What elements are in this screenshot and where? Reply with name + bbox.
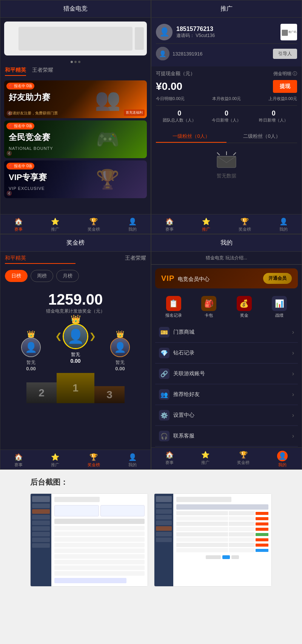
nav3-mine[interactable]: 👤 我的 — [128, 453, 137, 468]
quick-action-register[interactable]: 📋 报名记录 — [156, 296, 191, 318]
nav2-mine[interactable]: 👤 我的 — [279, 217, 288, 232]
podium-area: 👑 👤 暂无 0.00 👑 👤 — [0, 316, 151, 414]
bill-link[interactable]: 佣金明细 ⓘ — [273, 71, 297, 77]
prize-label: 猎金电竞累计发放奖金（元） — [0, 308, 151, 314]
team-total-stat: 0 团队总人数（人） — [156, 109, 203, 123]
vip-banner[interactable]: VIP 电竞会员中心 开通会员 — [155, 268, 298, 288]
nav-promo[interactable]: ⭐ 推广 — [51, 217, 59, 232]
open-vip-button[interactable]: 开通会员 — [263, 273, 292, 284]
menu-settings-text: 设置中心 — [173, 412, 292, 419]
monthly-btn[interactable]: 月榜 — [56, 270, 79, 282]
nav3-match[interactable]: 🏠 赛事 — [14, 453, 23, 468]
nav3-leaderboard[interactable]: 🏆 奖金榜 — [88, 453, 100, 468]
fans-tab-2[interactable]: 二级粉丝（0人） — [226, 131, 297, 143]
screen3-bottom-nav: 🏠 赛事 ⭐ 推广 🏆 奖金榜 👤 我的 — [0, 450, 151, 469]
nav-match[interactable]: 🏠 赛事 — [14, 217, 23, 232]
card3-volume: 🔇 — [6, 191, 12, 196]
menu-recommend[interactable]: 👥 推荐给好友 › — [155, 384, 298, 405]
trophy-icon-3: 🏆 — [89, 453, 98, 461]
nav3-promo[interactable]: ⭐ 推广 — [51, 453, 59, 468]
invite-code: 邀请码： V5cut136 — [176, 32, 277, 39]
tab-peaceful-elite[interactable]: 和平精英 — [5, 67, 26, 76]
player-1st: 👑 👤 ❮ ❯ 暂无 0.00 — [53, 324, 98, 364]
lb-tab-2[interactable]: 王者荣耀 — [76, 255, 146, 264]
nav-mine[interactable]: 👤 我的 — [128, 217, 137, 232]
menu-list: 🎫 门票商城 › 💎 钻石记录 › 🔗 关联游戏账号 › 👥 推荐给好友 › ⚙… — [151, 322, 302, 447]
user-icon-3: 👤 — [128, 453, 137, 461]
podium-block-3: 3 — [94, 386, 125, 403]
daily-btn[interactable]: 日榜 — [5, 270, 28, 282]
last-month-stat: 上月收益0.00元 — [268, 96, 297, 102]
dot-1 — [71, 61, 73, 63]
menu-support[interactable]: 🎧 联系客服 › — [155, 426, 298, 447]
earnings-row: ¥0.00 提现 — [156, 80, 297, 93]
menu-ticket-shop[interactable]: 🎫 门票商城 › — [155, 322, 298, 343]
nav4-promo[interactable]: ⭐ 推广 — [201, 451, 210, 468]
menu-diamond-text: 钻石记录 — [173, 350, 292, 356]
ticket-icon: 🎫 — [159, 327, 169, 337]
screen1-title: 猎金电竞 — [63, 5, 88, 12]
player2-score: 0.00 — [26, 366, 35, 371]
vip-label-wrap: VIP 电竞会员中心 — [161, 274, 210, 283]
invite-button[interactable]: 引导人 — [273, 49, 297, 59]
screen3-title: 奖金榜 — [66, 239, 85, 246]
nav4-leaderboard[interactable]: 🏆 奖金榜 — [237, 451, 250, 468]
bag-label: 卡包 — [205, 313, 213, 318]
banner-area[interactable] — [4, 22, 147, 55]
invite-avatar: 👤 — [156, 47, 169, 60]
screen4-bottom-nav: 🏠 赛事 ⭐ 推广 🏆 奖金榜 👤 我的 — [151, 447, 302, 469]
earnings-header: 可提现金额（元） 佣金明细 ⓘ — [156, 70, 297, 77]
backend-screenshots — [30, 493, 272, 587]
menu-arrow-2: › — [292, 350, 294, 356]
menu-diamond[interactable]: 💎 钻石记录 › — [155, 343, 298, 364]
menu-arrow-6: › — [292, 433, 294, 439]
menu-arrow-4: › — [292, 391, 294, 398]
quick-action-record[interactable]: 📊 战绩 — [262, 296, 297, 318]
promo-icon-4: ⭐ — [201, 451, 210, 459]
nav2-match[interactable]: 🏠 赛事 — [165, 217, 174, 232]
menu-arrow-5: › — [292, 412, 294, 419]
quick-action-prize[interactable]: 💰 奖金 — [226, 296, 262, 318]
tab-king-glory[interactable]: 王者荣耀 — [32, 67, 53, 76]
no-data-area: 暂无数据 — [151, 143, 302, 187]
menu-settings[interactable]: ⚙️ 设置中心 › — [155, 405, 298, 426]
nav2-leaderboard[interactable]: 🏆 奖金榜 — [239, 217, 251, 232]
game-card-1[interactable]: ⭕ 报名中 0场 好友助力赛 邀请好友注册，免费获得门票 🔇 首充送福利 👥 — [4, 80, 147, 118]
player3-name: 暂无 — [116, 359, 125, 366]
card3-title-en: VIP EXCLUSIVE — [9, 186, 45, 191]
diamond-icon: 💎 — [159, 348, 169, 358]
card1-title-cn: 好友助力赛 — [9, 92, 50, 103]
game-tabs: 和平精英 王者荣耀 — [0, 65, 151, 78]
nav4-match[interactable]: 🏠 赛事 — [165, 451, 174, 468]
player1-score: 0.00 — [70, 358, 80, 364]
card1-badge: ⭕ 报名中 0场 — [6, 83, 34, 89]
quick-action-bag[interactable]: 🎒 卡包 — [191, 296, 227, 318]
menu-recommend-text: 推荐给好友 — [173, 391, 292, 398]
leaderboard-tabs: 和平精英 王者荣耀 — [0, 252, 151, 267]
menu-support-text: 联系客服 — [173, 433, 292, 439]
home-icon: 🏠 — [14, 217, 23, 226]
link-icon: 🔗 — [159, 368, 169, 379]
earnings-amount: ¥0.00 — [156, 80, 182, 92]
menu-arrow-1: › — [292, 329, 294, 336]
podium-blocks: 2 1 3 — [5, 373, 146, 403]
weekly-btn[interactable]: 周榜 — [31, 270, 53, 282]
card2-volume: 🔇 — [6, 151, 12, 156]
withdraw-button[interactable]: 提现 — [273, 80, 297, 93]
game-card-2[interactable]: ⭕ 报名中 0场 全民竞金赛 NATIONAL BOUNTY 🔇 🎮 — [4, 120, 147, 158]
qr-code[interactable]: ▦ 推广码 — [280, 24, 297, 40]
user-icon-4: 👤 — [277, 451, 288, 461]
nav-leaderboard[interactable]: 🏆 奖金榜 — [88, 217, 100, 232]
nav4-mine[interactable]: 👤 我的 — [277, 451, 288, 468]
home-icon-4: 🏠 — [165, 451, 174, 459]
fans-tab-1[interactable]: 一级粉丝（0人） — [156, 131, 226, 143]
player2-name: 暂无 — [26, 359, 35, 366]
player3-score: 0.00 — [115, 366, 125, 371]
lb-tab-1[interactable]: 和平精英 — [5, 255, 76, 264]
menu-link-game[interactable]: 🔗 关联游戏账号 › — [155, 364, 298, 384]
nav2-promo[interactable]: ⭐ 推广 — [202, 217, 210, 232]
game-card-3[interactable]: ⭕ 报名中 0场 VIP专享赛 VIP EXCLUSIVE 🔇 🏆 — [4, 160, 147, 198]
earnings-stats: 今日明细0.00元 本月收益0.00元 上月收益0.00元 — [156, 96, 297, 102]
menu-ticket-text: 门票商城 — [173, 329, 292, 336]
user-phone: 18515776213 — [176, 26, 277, 32]
